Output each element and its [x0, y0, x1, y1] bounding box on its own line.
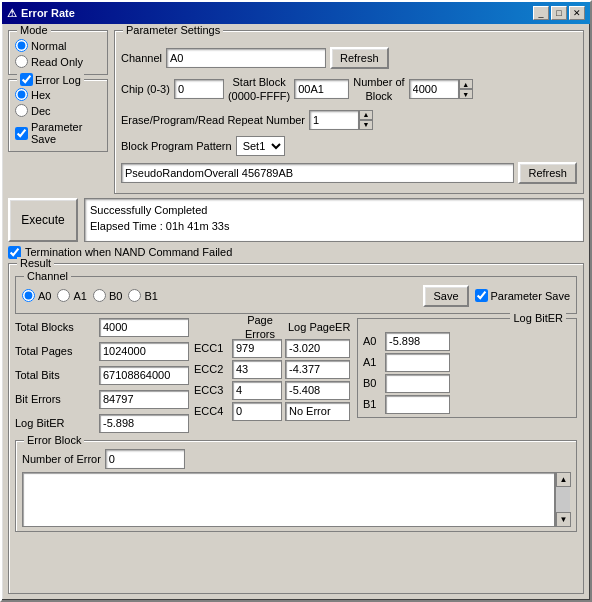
log-biter-row: Log BitER — [15, 414, 190, 433]
ecc1-page-input[interactable] — [232, 339, 282, 358]
erase-row: Erase/Program/Read Repeat Number ▲ ▼ — [121, 110, 577, 130]
ecc4-page-input[interactable] — [232, 402, 282, 421]
channel-subgroup-title: Channel — [24, 270, 71, 282]
error-text-area — [22, 472, 555, 527]
execute-msg-line1: Successfully Completed — [90, 202, 578, 219]
refresh1-button[interactable]: Refresh — [330, 47, 389, 69]
result-param-save-item: Parameter Save — [475, 289, 570, 302]
ecc4-log-input[interactable] — [285, 402, 350, 421]
mode-readonly-item: Read Only — [15, 55, 101, 68]
channel-b1-radio[interactable] — [128, 289, 141, 302]
log-biter-section: Log BitER A0 A1 B0 — [357, 318, 577, 418]
log-biter-b1-input[interactable] — [385, 395, 450, 414]
ecc4-row: ECC4 — [194, 402, 353, 421]
block-pattern-select[interactable]: Set1 Set2 Set3 — [236, 136, 285, 156]
channel-b1-item: B1 — [128, 289, 157, 302]
num-block-input[interactable] — [409, 79, 459, 99]
num-block-up-btn[interactable]: ▲ — [459, 79, 473, 89]
channel-a1-item: A1 — [57, 289, 86, 302]
channel-b0-radio[interactable] — [93, 289, 106, 302]
erase-input[interactable] — [309, 110, 359, 130]
num-error-input[interactable] — [105, 449, 185, 469]
log-biter-b1-row: B1 — [363, 395, 571, 414]
error-area-wrap: ▲ ▼ — [22, 472, 570, 527]
total-blocks-input[interactable] — [99, 318, 189, 337]
ecc2-log-input[interactable] — [285, 360, 350, 379]
error-log-group: Error Log Hex Dec — [8, 79, 108, 152]
channel-input[interactable] — [166, 48, 326, 68]
error-log-dec-radio[interactable] — [15, 104, 28, 117]
param-save-check-item: ParameterSave — [15, 121, 101, 145]
param-settings-group: Parameter Settings Channel Refresh Chip … — [114, 30, 584, 194]
error-log-dec-item: Dec — [15, 104, 101, 117]
log-biter-a0-input[interactable] — [385, 332, 450, 351]
mode-normal-radio[interactable] — [15, 39, 28, 52]
num-block-spinner-btns: ▲ ▼ — [459, 79, 473, 99]
ecc-header: PageErrors Log PageER — [194, 318, 353, 337]
start-block-input[interactable] — [294, 79, 349, 99]
ecc2-page-input[interactable] — [232, 360, 282, 379]
num-block-down-btn[interactable]: ▼ — [459, 89, 473, 99]
total-bits-label: Total Bits — [15, 369, 95, 381]
minimize-button[interactable]: _ — [533, 6, 549, 20]
ecc4-label: ECC4 — [194, 405, 229, 417]
mode-readonly-radio[interactable] — [15, 55, 28, 68]
main-window: ⚠ Error Rate _ □ ✕ Mode Normal — [0, 0, 592, 602]
pseudo-input[interactable] — [121, 163, 514, 183]
num-block-label: Number ofBlock — [353, 75, 404, 104]
log-biter-a0-row: A0 — [363, 332, 571, 351]
total-bits-row: Total Bits — [15, 366, 190, 385]
log-biter-input[interactable] — [99, 414, 189, 433]
mode-radio-group: Normal Read Only — [15, 39, 101, 68]
close-button[interactable]: ✕ — [569, 6, 585, 20]
error-log-title: Error Log — [17, 73, 84, 88]
ecc3-log-input[interactable] — [285, 381, 350, 400]
param-settings-inner: Channel Refresh Chip (0-3) Start Block(0… — [121, 47, 577, 187]
total-pages-input[interactable] — [99, 342, 189, 361]
log-biter-box-title: Log BitER — [510, 312, 566, 324]
channel-a0-label: A0 — [38, 290, 51, 302]
bit-errors-input[interactable] — [99, 390, 189, 409]
maximize-button[interactable]: □ — [551, 6, 567, 20]
mode-normal-item: Normal — [15, 39, 101, 52]
title-controls: _ □ ✕ — [533, 6, 585, 20]
log-biter-a1-label: A1 — [363, 356, 381, 368]
channel-a0-radio[interactable] — [22, 289, 35, 302]
log-biter-a0-label: A0 — [363, 335, 381, 347]
log-biter-box: Log BitER A0 A1 B0 — [357, 318, 577, 418]
param-save-checkbox[interactable] — [15, 127, 28, 140]
save-button[interactable]: Save — [423, 285, 468, 307]
channel-a1-radio[interactable] — [57, 289, 70, 302]
ecc3-page-input[interactable] — [232, 381, 282, 400]
refresh2-button[interactable]: Refresh — [518, 162, 577, 184]
erase-label: Erase/Program/Read Repeat Number — [121, 114, 305, 126]
execute-button[interactable]: Execute — [8, 198, 78, 242]
error-log-dec-label: Dec — [31, 105, 51, 117]
ecc2-row: ECC2 — [194, 360, 353, 379]
result-param-save-checkbox[interactable] — [475, 289, 488, 302]
log-biter-a1-input[interactable] — [385, 353, 450, 372]
result-title: Result — [17, 257, 54, 269]
chip-input[interactable] — [174, 79, 224, 99]
result-param-save-label: Parameter Save — [491, 290, 570, 302]
log-biter-b1-label: B1 — [363, 398, 381, 410]
data-left-col: Total Blocks Total Pages Total Bits — [15, 318, 190, 436]
ecc1-row: ECC1 — [194, 339, 353, 358]
termination-label: Termination when NAND Command Failed — [25, 246, 232, 258]
error-log-check[interactable] — [20, 73, 33, 86]
erase-spinner: ▲ ▼ — [309, 110, 373, 130]
error-scrollbar: ▲ ▼ — [555, 472, 570, 527]
ecc1-log-input[interactable] — [285, 339, 350, 358]
window-title: ⚠ Error Rate — [7, 7, 75, 20]
num-block-spinner: ▲ ▼ — [409, 79, 473, 99]
erase-up-btn[interactable]: ▲ — [359, 110, 373, 120]
scroll-down-btn[interactable]: ▼ — [556, 512, 571, 527]
param-save-label: ParameterSave — [31, 121, 82, 145]
error-log-hex-radio[interactable] — [15, 88, 28, 101]
total-bits-input[interactable] — [99, 366, 189, 385]
top-section: Mode Normal Read Only — [8, 30, 584, 194]
scroll-up-btn[interactable]: ▲ — [556, 472, 571, 487]
log-biter-b0-input[interactable] — [385, 374, 450, 393]
erase-down-btn[interactable]: ▼ — [359, 120, 373, 130]
channel-select-row: A0 A1 B0 B1 — [22, 285, 570, 307]
